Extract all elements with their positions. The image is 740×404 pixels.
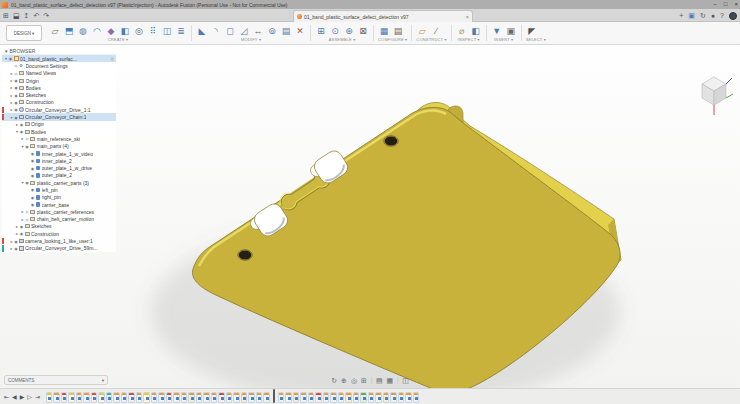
timeline-feature[interactable] [383, 392, 390, 403]
timeline-feature[interactable] [46, 392, 53, 403]
sweep-icon[interactable]: ◠ [91, 24, 103, 37]
browser-row-plastic-carrier-references[interactable]: ▸◉plastic_carrier_references [2, 208, 116, 215]
delete-icon[interactable]: ✕ [294, 24, 306, 37]
fit-icon[interactable]: ⊞ [361, 376, 367, 386]
timeline-feature[interactable] [413, 392, 420, 403]
timeline-feature[interactable] [375, 392, 382, 403]
browser-row-sketches[interactable]: ▸◉Sketches [2, 91, 116, 98]
visibility-eye-icon[interactable]: ◉ [25, 144, 30, 149]
viewports-icon[interactable]: ◫ [402, 376, 409, 386]
timeline-feature[interactable] [330, 392, 337, 403]
visibility-eye-icon[interactable]: ◉ [14, 78, 19, 83]
insert-derive-icon[interactable]: ▼ [491, 24, 503, 37]
browser-row-construction[interactable]: ▸◉Construction [2, 99, 116, 106]
workspace-selector[interactable]: DESIGN ▾ [6, 25, 42, 41]
offset-plane-icon[interactable]: ▱ [416, 24, 428, 37]
visibility-eye-icon[interactable]: ◉ [30, 166, 35, 171]
timeline-feature[interactable] [106, 392, 113, 403]
timeline-feature[interactable] [211, 392, 218, 403]
press-pull-icon[interactable]: ◣ [196, 24, 208, 37]
browser-row-left-pin[interactable]: ◉left_pin [2, 186, 116, 193]
decal-icon[interactable]: ▣ [505, 24, 517, 37]
timeline-feature[interactable] [98, 392, 105, 403]
extrude-icon[interactable]: ⬒ [63, 24, 75, 37]
timeline-feature[interactable] [151, 392, 158, 403]
browser-row-inner-plate-2[interactable]: ◉inner_plate_2 [2, 157, 116, 164]
browser-row-outer-plate-1-w-drive[interactable]: ◉outer_plate_1_w_drive [2, 164, 116, 171]
timeline-feature[interactable] [398, 392, 405, 403]
toolbar-group-label[interactable]: MODIFY ▾ [196, 37, 306, 43]
browser-row-document-settings[interactable]: ◉⚙Document Settings [2, 62, 116, 69]
combine-icon[interactable]: ⊚ [266, 24, 278, 37]
visibility-eye-icon[interactable]: ◉ [30, 151, 35, 156]
undo-icon[interactable]: ↶ [33, 10, 39, 21]
visibility-eye-icon[interactable]: ◉ [8, 56, 13, 61]
timeline-feature[interactable] [76, 392, 83, 403]
timeline-feature[interactable] [256, 392, 263, 403]
browser-row-camera-looking-1-like-user-1[interactable]: ▸◉camera_looking_1_like_user:1 [2, 237, 116, 244]
visibility-eye-icon[interactable]: ◉ [19, 224, 24, 229]
toolbar-group-label[interactable]: ASSEMBLE ▾ [315, 37, 369, 43]
notifications-icon[interactable]: ● [711, 10, 715, 21]
timeline-feature[interactable] [68, 392, 75, 403]
axis-icon[interactable]: ∕ [430, 24, 442, 37]
timeline-feature[interactable] [278, 392, 285, 403]
visibility-eye-icon[interactable]: ◉ [30, 187, 35, 192]
timeline-feature[interactable] [218, 392, 225, 403]
timeline-feature[interactable] [248, 392, 255, 403]
timeline-feature[interactable] [173, 392, 180, 403]
zoom-icon[interactable]: ◎ [351, 376, 357, 386]
pan-icon[interactable]: ⊕ [341, 376, 347, 386]
browser-row-origin[interactable]: ▸◉Origin [2, 77, 116, 84]
timeline-feature[interactable] [315, 392, 322, 403]
browser-row-inner-plate-1-w-video[interactable]: ◉inner_plate_1_w_video [2, 150, 116, 157]
visibility-eye-icon[interactable]: ◉ [19, 129, 24, 134]
timeline-feature[interactable] [308, 392, 315, 403]
timeline-feature[interactable] [196, 392, 203, 403]
account-avatar[interactable] [729, 12, 737, 20]
timeline-feature[interactable] [390, 392, 397, 403]
timeline-step-back-icon[interactable]: ◀ [12, 390, 17, 404]
scale-icon[interactable]: ↔ [252, 24, 264, 37]
mirror-icon[interactable]: ◫ [161, 24, 173, 37]
timeline-feature[interactable] [368, 392, 375, 403]
thicken-icon[interactable]: ≣ [175, 24, 187, 37]
visibility-eye-icon[interactable]: ◉ [30, 158, 35, 163]
timeline-feature[interactable] [188, 392, 195, 403]
timeline-feature[interactable] [405, 392, 412, 403]
create-sketch-icon[interactable]: ▱ [49, 24, 61, 37]
timeline-feature[interactable] [285, 392, 292, 403]
loft-icon[interactable]: ◆ [105, 24, 117, 37]
redo-icon[interactable]: ↷ [43, 10, 49, 21]
visibility-eye-icon[interactable]: ◉ [30, 173, 35, 178]
timeline-feature[interactable] [158, 392, 165, 403]
tab-close-icon[interactable]: × [465, 12, 469, 22]
close-icon[interactable]: × [734, 0, 738, 9]
visibility-eye-icon[interactable]: ◉ [14, 246, 19, 251]
browser-row-main-parts-4[interactable]: ▾◉main_parts (4) [2, 143, 116, 150]
toolbar-group-label[interactable]: SELECT ▾ [526, 37, 546, 43]
display-settings-icon[interactable]: ▤ [376, 376, 383, 386]
browser-row-main-reference-skt[interactable]: ▸◉main_reference_skt [2, 135, 116, 142]
job-status-icon[interactable]: ↻ [700, 10, 706, 21]
joint-icon[interactable]: ⊙ [329, 24, 341, 37]
as-built-joint-icon[interactable]: ⊛ [343, 24, 355, 37]
toolbar-group-label[interactable]: CREATE ▾ [49, 37, 187, 43]
maximize-icon[interactable]: □ [724, 0, 728, 9]
timeline-feature[interactable] [91, 392, 98, 403]
add-tab-icon[interactable]: + [679, 10, 683, 21]
visibility-eye-icon[interactable]: ◉ [14, 63, 19, 68]
timeline-feature[interactable] [263, 392, 270, 403]
pattern-icon[interactable]: ⠿ [147, 24, 159, 37]
timeline-feature[interactable] [226, 392, 233, 403]
toolbar-group-label[interactable]: INSERT ▾ [491, 37, 517, 43]
draft-icon[interactable]: ◿ [238, 24, 250, 37]
timeline-feature[interactable] [345, 392, 352, 403]
timeline-feature[interactable] [83, 392, 90, 403]
web-icon[interactable]: ◧ [119, 24, 131, 37]
browser-row-01-band-plastic-surfac[interactable]: ▾◉01_band_plastic_surfac...◎ [2, 55, 116, 62]
help-icon[interactable]: ? [720, 10, 724, 21]
browser-row-construction[interactable]: ▸◉Construction [2, 230, 116, 237]
visibility-eye-icon[interactable]: ◉ [25, 217, 30, 222]
view-cube[interactable] [694, 72, 734, 118]
